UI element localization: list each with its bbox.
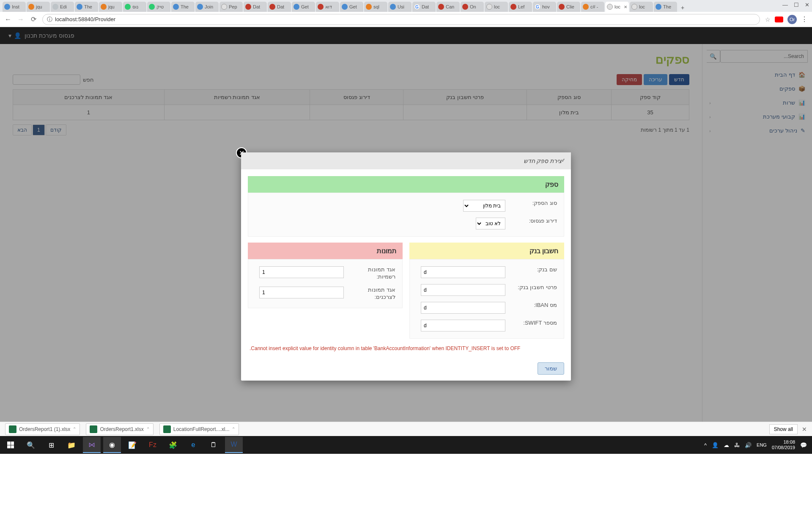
pegasus-rating-select[interactable]: לא טוב bbox=[476, 218, 505, 229]
official-photos-input[interactable] bbox=[259, 266, 344, 278]
network-icon[interactable]: 🖧 bbox=[734, 442, 740, 448]
consumer-photos-input[interactable] bbox=[259, 287, 344, 298]
browser-tab[interactable]: Get bbox=[292, 2, 315, 12]
browser-toolbar: ← → ⟳ ⓘ localhost:58840/Provider ☆ Or ⋮ bbox=[0, 12, 812, 27]
favicon bbox=[294, 4, 299, 10]
save-button[interactable]: שמור bbox=[538, 362, 564, 375]
favicon bbox=[559, 4, 565, 10]
nav-forward[interactable]: → bbox=[17, 16, 25, 23]
browser-tab[interactable]: loc bbox=[630, 2, 653, 12]
start-button[interactable] bbox=[2, 437, 19, 453]
browser-tab[interactable]: Usi bbox=[388, 2, 411, 12]
file-explorer-icon[interactable]: 📁 bbox=[63, 437, 80, 453]
browser-tab[interactable]: Pep bbox=[219, 2, 243, 12]
section-provider-header: ספק bbox=[248, 176, 564, 193]
browser-tab[interactable]: jqu bbox=[27, 2, 50, 12]
notepadpp-icon[interactable]: 📝 bbox=[123, 437, 141, 453]
browser-tab-strip: InstjquEdiThejquנוסטיקTheJoinPepDatDatGe… bbox=[0, 0, 812, 12]
iban-input[interactable] bbox=[421, 302, 505, 314]
download-item[interactable]: LocationFullReport....xl... ⌃ bbox=[159, 423, 239, 435]
window-close[interactable]: ✕ bbox=[805, 2, 809, 8]
window-maximize[interactable]: ☐ bbox=[794, 2, 799, 8]
site-info-icon[interactable]: ⓘ bbox=[47, 16, 52, 23]
browser-tab[interactable]: טיק bbox=[147, 2, 170, 12]
browser-tab[interactable]: Inst bbox=[3, 2, 26, 12]
bank-name-input[interactable] bbox=[421, 266, 505, 278]
browser-tab[interactable]: The bbox=[75, 2, 98, 12]
browser-tab[interactable]: Dat bbox=[268, 2, 291, 12]
browser-tab[interactable]: c# - bbox=[581, 2, 604, 12]
chrome-icon[interactable]: ◉ bbox=[103, 437, 121, 453]
chevron-up-icon[interactable]: ⌃ bbox=[73, 427, 76, 431]
browser-tab[interactable]: דוא bbox=[316, 2, 339, 12]
favicon bbox=[245, 4, 251, 10]
favicon bbox=[28, 4, 34, 10]
browser-tab[interactable]: GDat bbox=[412, 2, 436, 12]
favicon bbox=[269, 4, 275, 10]
address-bar[interactable]: ⓘ localhost:58840/Provider bbox=[42, 14, 760, 25]
window-controls: — ☐ ✕ bbox=[782, 2, 809, 8]
download-item[interactable]: OrdersReport1 (1).xlsx ⌃ bbox=[5, 423, 80, 435]
nav-reload[interactable]: ⟳ bbox=[30, 16, 37, 23]
favicon bbox=[438, 4, 444, 10]
error-message: .Cannot insert explicit value for identi… bbox=[248, 345, 564, 356]
chevron-up-icon[interactable]: ⌃ bbox=[146, 427, 150, 431]
favicon bbox=[101, 4, 107, 10]
browser-tab[interactable]: jqu bbox=[99, 2, 122, 12]
bank-account-input[interactable] bbox=[421, 284, 505, 296]
browser-tab[interactable]: Can bbox=[436, 2, 460, 12]
window-minimize[interactable]: — bbox=[782, 2, 788, 8]
app-icon[interactable]: 🧩 bbox=[164, 437, 182, 453]
browser-tab[interactable]: loc✕ bbox=[605, 2, 629, 12]
youtube-extension-icon[interactable] bbox=[775, 17, 783, 22]
browser-tab[interactable]: Ghov bbox=[533, 2, 556, 12]
bank-account-label: פרטי חשבון בנק: bbox=[510, 284, 557, 291]
excel-icon bbox=[163, 425, 171, 433]
download-item[interactable]: OrdersReport1.xlsx ⌃ bbox=[86, 423, 153, 435]
word-icon[interactable]: W bbox=[225, 437, 243, 453]
browser-tab[interactable]: Dat bbox=[244, 2, 267, 12]
provider-type-select[interactable]: בית מלון bbox=[463, 200, 505, 212]
modal-title: 'יצירת ספק חדש bbox=[241, 152, 571, 169]
swift-input[interactable] bbox=[421, 320, 505, 331]
favicon: G bbox=[414, 4, 420, 10]
task-view[interactable]: ⊞ bbox=[42, 437, 60, 453]
tray-chevron-up-icon[interactable]: ^ bbox=[704, 442, 707, 448]
filezilla-icon[interactable]: Fz bbox=[144, 437, 162, 453]
show-all-downloads[interactable]: Show all bbox=[769, 424, 798, 434]
browser-tab[interactable]: Clie bbox=[557, 2, 580, 12]
edge-icon[interactable]: e bbox=[184, 437, 202, 453]
search-taskbar[interactable]: 🔍 bbox=[22, 437, 40, 453]
people-icon[interactable]: 👤 bbox=[712, 442, 719, 448]
notifications-icon[interactable]: 💬 bbox=[800, 442, 807, 448]
browser-tab[interactable]: sql bbox=[364, 2, 387, 12]
onedrive-icon[interactable]: ☁ bbox=[724, 442, 729, 448]
browser-tab[interactable]: On bbox=[461, 2, 484, 12]
browser-tab[interactable]: Edi bbox=[51, 2, 74, 12]
browser-tab[interactable]: Lef bbox=[509, 2, 532, 12]
clock[interactable]: 18:08 07/08/2019 bbox=[772, 439, 795, 450]
excel-icon bbox=[9, 425, 16, 433]
close-downloads-bar[interactable]: ✕ bbox=[802, 426, 807, 433]
browser-tab[interactable]: The bbox=[654, 2, 677, 12]
favicon bbox=[318, 4, 324, 10]
downloads-bar: OrdersReport1 (1).xlsx ⌃ OrdersReport1.x… bbox=[0, 422, 812, 436]
bookmark-star-icon[interactable]: ☆ bbox=[765, 16, 771, 23]
notepad-icon[interactable]: 🗒 bbox=[205, 437, 222, 453]
browser-tab[interactable]: Join bbox=[195, 2, 219, 12]
nav-back[interactable]: ← bbox=[4, 16, 12, 23]
browser-tab[interactable]: The bbox=[171, 2, 195, 12]
browser-tab[interactable]: loc bbox=[485, 2, 508, 12]
profile-avatar[interactable]: Or bbox=[787, 15, 797, 24]
new-tab-button[interactable]: + bbox=[678, 3, 687, 12]
favicon: G bbox=[535, 4, 540, 10]
language-indicator[interactable]: ENG bbox=[757, 442, 767, 447]
chevron-up-icon[interactable]: ⌃ bbox=[232, 427, 235, 431]
tab-close-icon[interactable]: ✕ bbox=[624, 5, 627, 9]
browser-menu-icon[interactable]: ⋮ bbox=[801, 15, 808, 23]
browser-tab[interactable]: Get bbox=[340, 2, 363, 12]
volume-icon[interactable]: 🔊 bbox=[745, 442, 752, 448]
consumer-photos-label: אגד תמונות לצרכנים: bbox=[349, 287, 395, 301]
browser-tab[interactable]: נוס bbox=[123, 2, 146, 12]
visual-studio-icon[interactable]: ⋈ bbox=[83, 437, 101, 453]
